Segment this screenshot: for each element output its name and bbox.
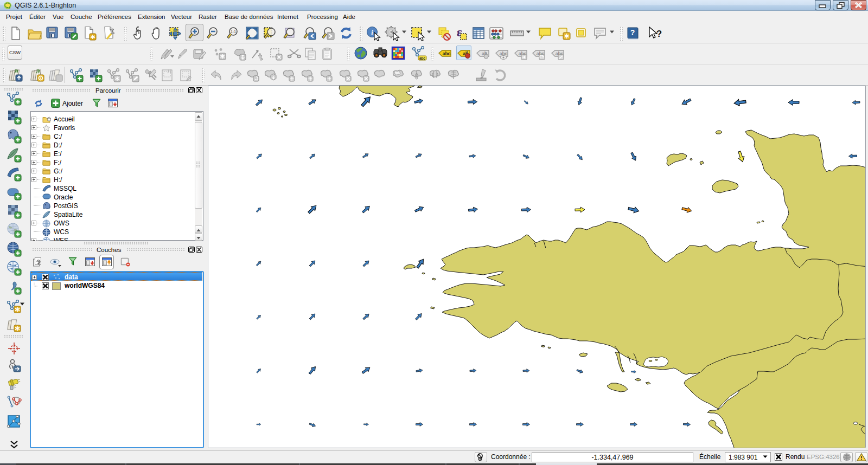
svg-text:?: ? bbox=[630, 28, 635, 37]
svg-text:abc: abc bbox=[443, 51, 451, 56]
svg-text:abc: abc bbox=[419, 56, 426, 60]
svg-text:?: ? bbox=[656, 29, 662, 39]
svg-text:abc: abc bbox=[500, 51, 508, 56]
svg-text:1:1: 1:1 bbox=[231, 29, 236, 34]
svg-text:i: i bbox=[371, 28, 373, 36]
